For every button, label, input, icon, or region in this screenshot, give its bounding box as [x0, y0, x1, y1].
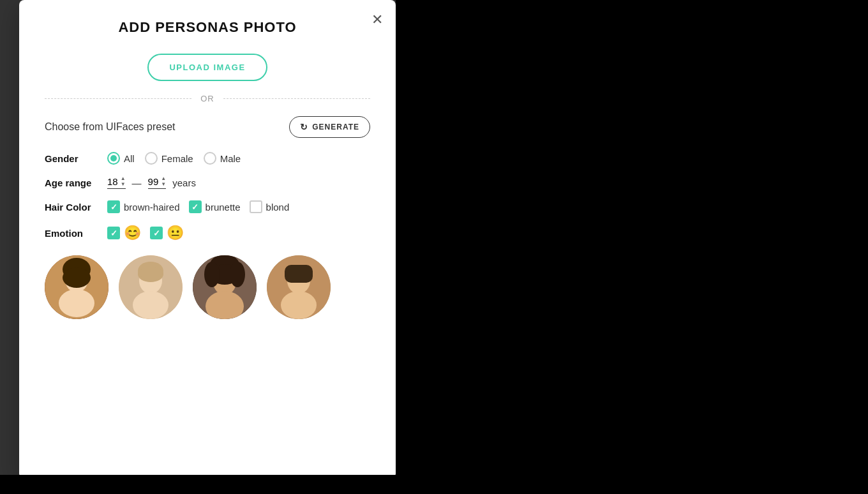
gender-filter-row: Gender All Female Male	[45, 152, 370, 165]
years-label: years	[172, 177, 196, 188]
close-left-modal-button[interactable]: ✕	[371, 11, 383, 28]
age-max-up[interactable]: ▲	[161, 176, 166, 181]
or-divider: OR	[45, 94, 370, 103]
age-max-value: 99	[148, 176, 159, 187]
left-modal-title: ADD PERSONAS PHOTO	[45, 19, 370, 36]
gender-male-option[interactable]: Male	[204, 152, 241, 165]
gender-female-option[interactable]: Female	[145, 152, 193, 165]
svg-point-20	[281, 291, 317, 319]
add-personas-photo-modal: ✕ ADD PERSONAS PHOTO UPLOAD IMAGE OR Cho…	[19, 0, 396, 479]
age-min-stepper[interactable]: ▲ ▼	[121, 176, 126, 187]
gender-all-radio[interactable]	[107, 152, 120, 165]
hair-brown-haired-option[interactable]: brown-haired	[107, 200, 180, 213]
svg-point-7	[133, 291, 168, 319]
gender-label: Gender	[45, 153, 102, 164]
hair-color-label: Hair Color	[45, 202, 102, 213]
age-range-row: 18 ▲ ▼ — 99 ▲ ▼ years	[107, 176, 196, 189]
emotion-label: Emotion	[45, 228, 102, 239]
age-min-up[interactable]: ▲	[121, 176, 126, 181]
upload-image-button[interactable]: UPLOAD IMAGE	[147, 54, 267, 81]
refresh-icon: ↻	[300, 122, 308, 132]
svg-point-17	[230, 262, 245, 287]
hair-color-filter-row: Hair Color brown-haired brunette blond	[45, 200, 370, 213]
svg-point-2	[59, 289, 94, 317]
age-min-down[interactable]: ▼	[121, 182, 126, 187]
age-min-input: 18 ▲ ▼	[107, 176, 126, 189]
age-dash: —	[132, 177, 142, 188]
gender-female-radio[interactable]	[145, 152, 158, 165]
emotion-happy-option[interactable]: 😊	[107, 225, 141, 241]
svg-point-4	[63, 267, 91, 288]
bottom-left-black	[0, 475, 396, 494]
happy-emoji: 😊	[124, 225, 141, 241]
emotion-filter-row: Emotion 😊 😐	[45, 225, 370, 241]
emotion-neutral-checkbox[interactable]	[150, 227, 163, 239]
neutral-emoji: 😐	[167, 225, 184, 241]
emotion-happy-checkbox[interactable]	[107, 227, 120, 239]
hair-brunette-checkbox[interactable]	[189, 200, 202, 213]
age-range-label: Age range	[45, 177, 102, 188]
avatar-2[interactable]	[119, 255, 183, 319]
gender-radio-group: All Female Male	[107, 152, 241, 165]
age-max-input: 99 ▲ ▼	[148, 176, 167, 189]
emotion-neutral-option[interactable]: 😐	[150, 225, 184, 241]
svg-rect-10	[138, 269, 163, 277]
preset-row: Choose from UIFaces preset ↻ GENERATE	[45, 116, 370, 138]
svg-rect-21	[285, 265, 313, 283]
hair-brown-haired-checkbox[interactable]	[107, 200, 120, 213]
gender-male-radio[interactable]	[204, 152, 216, 165]
age-max-down[interactable]: ▼	[161, 182, 166, 187]
gender-all-option[interactable]: All	[107, 152, 135, 165]
hair-color-checkbox-group: brown-haired brunette blond	[107, 200, 289, 213]
right-black-area	[396, 0, 868, 494]
avatar-3[interactable]	[193, 255, 257, 319]
preset-label: Choose from UIFaces preset	[45, 121, 176, 133]
avatar-4[interactable]	[267, 255, 331, 319]
hair-blond-checkbox[interactable]	[250, 200, 262, 213]
hair-brunette-option[interactable]: brunette	[189, 200, 241, 213]
avatars-row	[45, 255, 370, 319]
age-range-filter-row: Age range 18 ▲ ▼ — 99 ▲ ▼ years	[45, 176, 370, 189]
svg-point-16	[204, 262, 220, 287]
emotion-checkbox-group: 😊 😐	[107, 225, 184, 241]
avatar-1[interactable]	[45, 255, 108, 319]
age-min-value: 18	[107, 176, 118, 187]
generate-faces-button[interactable]: ↻ GENERATE	[289, 116, 370, 138]
age-max-stepper[interactable]: ▲ ▼	[161, 176, 166, 187]
hair-blond-option[interactable]: blond	[250, 200, 290, 213]
